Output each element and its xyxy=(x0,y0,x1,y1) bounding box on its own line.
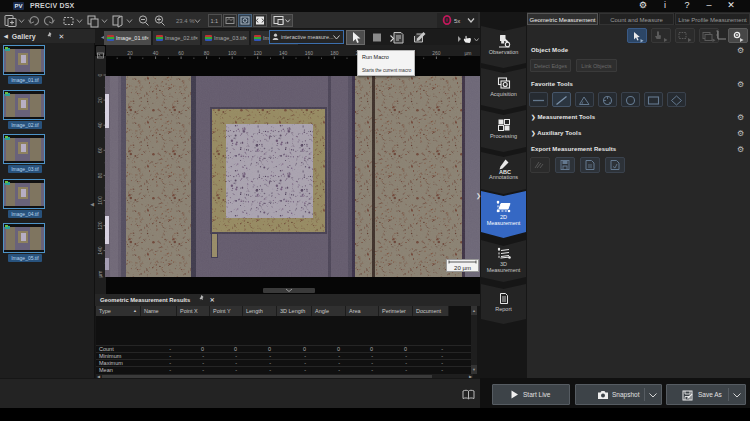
svg-text:120: 120 xyxy=(97,221,103,230)
svg-text:160: 160 xyxy=(305,50,314,56)
svg-text:1:1: 1:1 xyxy=(211,18,219,24)
svg-text:80: 80 xyxy=(204,50,210,56)
svg-text:40: 40 xyxy=(97,122,103,128)
svg-text:23.4 %: 23.4 % xyxy=(176,18,195,24)
svg-text:20 µm: 20 µm xyxy=(454,265,471,271)
svg-text:0: 0 xyxy=(97,73,103,76)
svg-text:20: 20 xyxy=(127,50,133,56)
svg-text:260: 260 xyxy=(432,50,441,56)
svg-text:120: 120 xyxy=(254,50,263,56)
svg-text:140: 140 xyxy=(279,50,288,56)
svg-text:100: 100 xyxy=(97,196,103,205)
svg-text:60: 60 xyxy=(97,147,103,153)
svg-text:140: 140 xyxy=(97,246,103,255)
svg-text:80: 80 xyxy=(97,172,103,178)
svg-text:180: 180 xyxy=(330,50,339,56)
svg-text:5x: 5x xyxy=(454,18,460,24)
svg-text:20: 20 xyxy=(97,97,103,103)
svg-text:100: 100 xyxy=(228,50,237,56)
svg-text:60: 60 xyxy=(178,50,184,56)
svg-text:40: 40 xyxy=(153,50,159,56)
svg-text:µm: µm xyxy=(97,270,103,277)
svg-text:µm: µm xyxy=(464,50,471,56)
